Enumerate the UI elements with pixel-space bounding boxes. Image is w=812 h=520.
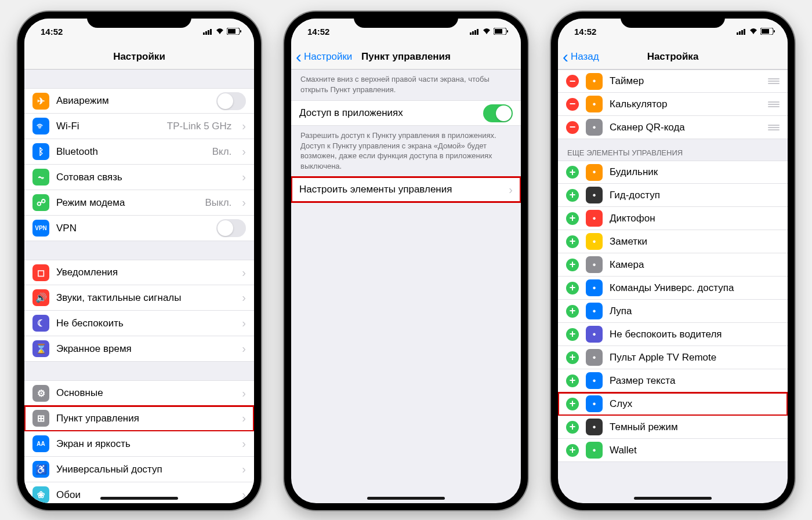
remove-button[interactable]: − [566, 121, 579, 134]
add-button[interactable]: + [566, 259, 579, 271]
home-indicator[interactable] [100, 497, 178, 500]
home-indicator[interactable] [634, 497, 712, 500]
home-indicator[interactable] [367, 497, 445, 500]
phone-settings: 14:52 Настройки ✈АвиарежимᯤWi-FiTP-Link … [17, 12, 261, 510]
control-icon: • [586, 349, 603, 366]
add-button[interactable]: + [566, 305, 579, 318]
screen: 14:52 Настройки ✈АвиарежимᯤWi-FiTP-Link … [24, 19, 254, 503]
cell-label: Доступ в приложениях [299, 107, 476, 119]
control-row[interactable]: +•Wallet [558, 439, 788, 462]
cell-label: Лупа [610, 306, 780, 317]
add-button[interactable]: + [566, 374, 579, 387]
svg-rect-6 [240, 30, 241, 32]
settings-row[interactable]: AAЭкран и яркость› [24, 431, 254, 457]
control-row[interactable]: +•Не беспокоить водителя [558, 323, 788, 346]
chevron-right-icon: › [242, 170, 246, 184]
control-row[interactable]: +•Команды Универс. доступа [558, 277, 788, 300]
chevron-right-icon: › [242, 342, 246, 355]
cell-label: Заметки [610, 236, 780, 248]
wallpaper-icon: ❀ [32, 486, 49, 503]
settings-row[interactable]: ⌛Экранное время› [24, 336, 254, 362]
control-row[interactable]: +•Заметки [558, 230, 788, 253]
hint-text: Смахните вниз с верхней правой части экр… [291, 70, 521, 100]
control-row[interactable]: −•Сканер QR-кода [558, 116, 788, 139]
remove-button[interactable]: − [566, 98, 579, 111]
control-row[interactable]: +•Будильник [558, 161, 788, 184]
nav-bar: Настройки Пункт управления [291, 44, 521, 70]
add-button[interactable]: + [566, 351, 579, 364]
cell-label: VPN [56, 223, 209, 234]
access-in-apps-row[interactable]: Доступ в приложениях [291, 100, 521, 126]
cell-label: Авиарежим [56, 95, 209, 107]
settings-row[interactable]: ⏦Сотовая связь› [24, 165, 254, 190]
access-toggle[interactable] [483, 104, 513, 122]
control-row[interactable]: +•Размер текста [558, 369, 788, 392]
settings-row[interactable]: VPNVPN [24, 216, 254, 241]
cell-label: Экранное время [56, 343, 235, 355]
control-row[interactable]: +•Темный режим [558, 416, 788, 439]
cell-label: Основные [56, 387, 235, 399]
settings-row[interactable]: ♿Универсальный доступ› [24, 457, 254, 482]
cell-label: Будильник [610, 166, 780, 178]
settings-list[interactable]: ✈АвиарежимᯤWi-FiTP-Link 5 GHz›ᛒBluetooth… [24, 70, 254, 503]
add-button[interactable]: + [566, 166, 579, 179]
svg-rect-1 [205, 31, 207, 35]
control-row[interactable]: +•Гид-доступ [558, 184, 788, 207]
chevron-right-icon: › [242, 488, 246, 501]
wifi-icon [215, 28, 224, 35]
settings-row[interactable]: ⊞Пункт управления› [24, 406, 254, 431]
svg-rect-5 [228, 29, 235, 34]
reorder-grip-icon[interactable] [768, 125, 780, 130]
settings-row[interactable]: ᛒBluetoothВкл.› [24, 139, 254, 165]
control-row[interactable]: +•Диктофон [558, 207, 788, 230]
svg-rect-16 [741, 30, 743, 35]
settings-row[interactable]: ☍Режим модемаВыкл.› [24, 190, 254, 216]
settings-row[interactable]: ◻Уведомления› [24, 260, 254, 285]
add-button[interactable]: + [566, 421, 579, 434]
control-row[interactable]: +•Слух [558, 392, 788, 416]
control-row[interactable]: +•Пульт Apple TV Remote [558, 346, 788, 369]
svg-rect-0 [203, 32, 205, 35]
control-row[interactable]: +•Камера [558, 253, 788, 277]
notch [87, 12, 191, 28]
screentime-icon: ⌛ [32, 340, 49, 357]
settings-row[interactable]: ☾Не беспокоить› [24, 311, 254, 336]
control-row[interactable]: +•Лупа [558, 300, 788, 323]
reorder-grip-icon[interactable] [768, 101, 780, 107]
notch [621, 12, 725, 28]
settings-row[interactable]: ❀Обои› [24, 482, 254, 503]
nav-bar: Настройки [24, 44, 254, 70]
add-button[interactable]: + [566, 235, 579, 248]
chevron-right-icon: › [242, 145, 246, 158]
nav-title: Пункт управления [361, 51, 451, 63]
settings-row[interactable]: ⚙Основные› [24, 380, 254, 406]
svg-rect-20 [774, 30, 775, 32]
remove-button[interactable]: − [566, 75, 579, 88]
toggle[interactable] [216, 92, 246, 110]
control-row[interactable]: −•Таймер [558, 70, 788, 93]
control-center-settings[interactable]: Смахните вниз с верхней правой части экр… [291, 70, 521, 503]
svg-rect-9 [474, 30, 476, 35]
battery-icon [494, 28, 508, 35]
chevron-right-icon: › [242, 196, 246, 209]
add-button[interactable]: + [566, 212, 579, 225]
add-button[interactable]: + [566, 398, 579, 410]
reorder-grip-icon[interactable] [768, 78, 780, 84]
settings-row[interactable]: ✈Авиарежим [24, 88, 254, 114]
control-icon: • [586, 326, 603, 343]
toggle[interactable] [216, 219, 246, 237]
control-row[interactable]: −•Калькулятор [558, 93, 788, 116]
customize-controls-row[interactable]: Настроить элементы управления › [291, 177, 521, 202]
settings-row[interactable]: 🔊Звуки, тактильные сигналы› [24, 285, 254, 311]
controls-list[interactable]: −•Таймер−•Калькулятор−•Сканер QR-кода ЕЩ… [558, 70, 788, 503]
cell-label: Камера [610, 259, 780, 271]
settings-row[interactable]: ᯤWi-FiTP-Link 5 GHz› [24, 114, 254, 139]
add-button[interactable]: + [566, 189, 579, 202]
add-button[interactable]: + [566, 328, 579, 341]
control-icon: • [586, 119, 603, 136]
add-button[interactable]: + [566, 444, 579, 457]
back-button[interactable]: Настройки [296, 51, 352, 63]
back-button[interactable]: Назад [563, 51, 599, 63]
add-button[interactable]: + [566, 282, 579, 294]
accessibility-icon: ♿ [32, 461, 49, 478]
